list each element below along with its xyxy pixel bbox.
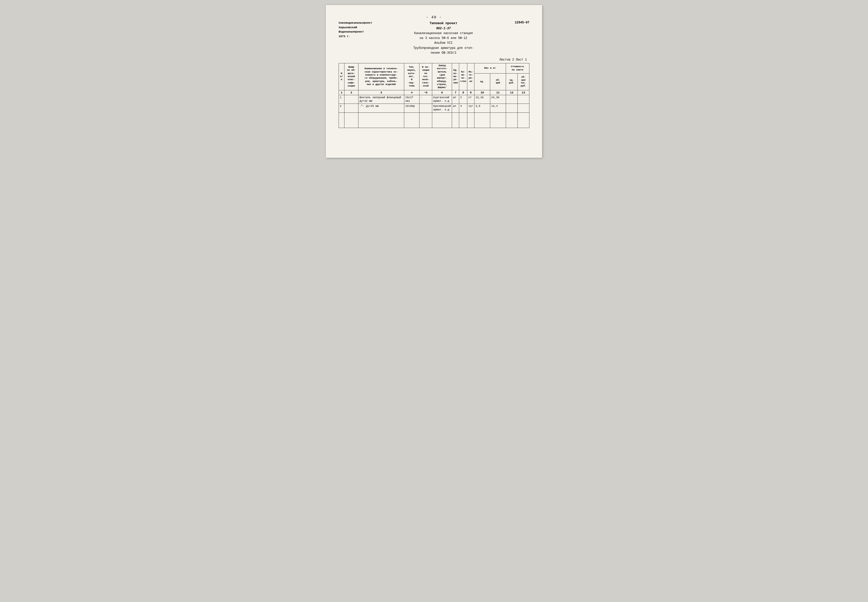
empty-col (420, 112, 432, 128)
header-col-cost: Стоимостьпо смете (506, 63, 529, 73)
header-weight-unit: ед. (474, 74, 490, 90)
row1-factory: Курганский армат. з-д (432, 95, 452, 104)
header-col-type: Тип,марка,ката-лог,№чер-тежа (404, 63, 420, 90)
title-line3: Альбом VII (413, 41, 474, 46)
row2-factory: Кролевецкий армат. з-д (432, 104, 452, 112)
year: 1973 г. (339, 34, 372, 39)
colnum-5: ~5 (420, 90, 432, 95)
row2-weight-unit: 3,6 (474, 104, 490, 112)
colnum-4: 4 (404, 90, 420, 95)
row1-qty: 2 (459, 95, 467, 104)
colnum-1: 1 (339, 90, 345, 95)
row2-material: чуг (467, 104, 474, 112)
sheet-info: Листов 2 Лист 1 (339, 58, 529, 61)
row2-num: 2 (339, 104, 345, 112)
org-line2: Харьковский (339, 25, 372, 30)
empty-col (490, 112, 506, 128)
table-row-empty (339, 112, 529, 128)
row2-qty: 4 (459, 104, 467, 112)
empty-col (474, 112, 490, 128)
table-row: 2 -"- Ду=25 мм 15ч96р Кролевецкий армат.… (339, 104, 529, 112)
header-cost-total: об-щаятыс.руб. (517, 74, 529, 90)
main-table-wrapper: №п/п Шифрпо об-щесо-юзнойклас-сифи-кации… (339, 63, 529, 128)
row2-pos (420, 104, 432, 112)
empty-col (404, 112, 420, 128)
row2-type: 15ч96р (404, 104, 420, 112)
doc-type-label: Типовой проект (413, 21, 474, 26)
row1-pos: - (420, 95, 432, 104)
org-line1: Союзводоканальпроект (339, 21, 372, 25)
row1-weight-total: 24,36 (490, 95, 506, 104)
colnum-8: 8 (459, 90, 467, 95)
empty-col (345, 112, 359, 128)
row1-name: Вентиль запорный фланцевый Ду=32 мм (359, 95, 404, 104)
center-header: Типовой проект 902-1-37 Канализационная … (413, 21, 474, 55)
header-col-pos: № по-зициипотех-ноло-гиче-ской (420, 63, 432, 90)
header-col-material: Ма-те-ри-ал (467, 63, 474, 90)
table-header-row: №п/п Шифрпо об-щесо-юзнойклас-сифи-кации… (339, 63, 529, 73)
doc-number: 902-1-37 (413, 26, 474, 31)
title-line2: на 3 насоса 5Ф-6 или 5Ф-12 (413, 36, 474, 41)
header-col-cipher: Шифрпо об-щесо-юзнойклас-сифи-кации (345, 63, 359, 90)
colnum-10: 10 (474, 90, 490, 95)
header-block: Союзводоканальпроект Харьковский Водокан… (339, 21, 529, 55)
header-col-unit: Ед.из-ме-ре-ния (452, 63, 459, 90)
header-weight-total: об-щий (490, 74, 506, 90)
row1-unit: шт (452, 95, 459, 104)
row2-name: -"- Ду=25 мм (359, 104, 404, 112)
header-col-qty: Ко-ли-че-ство (459, 63, 467, 90)
row1-weight-unit: 12,18 (474, 95, 490, 104)
row1-material: ст (467, 95, 474, 104)
empty-col (506, 112, 517, 128)
header-col-num: №п/п (339, 63, 345, 90)
title-line5: ления ОВ-3СО/2 (413, 51, 474, 55)
empty-col (452, 112, 459, 128)
colnum-11: 11 (490, 90, 506, 95)
row2-cost-unit (506, 104, 517, 112)
org-info: Союзводоканальпроект Харьковский Водокан… (339, 21, 372, 39)
empty-col (432, 112, 452, 128)
colnum-2: 2 (345, 90, 359, 95)
row2-weight-total: 14,4 (490, 104, 506, 112)
document-page: - 40 - Союзводоканальпроект Харьковский … (326, 5, 542, 158)
main-table: №п/п Шифрпо об-щесо-юзнойклас-сифи-кации… (339, 63, 529, 128)
row1-cost-unit (506, 95, 517, 104)
row2-unit: шт (452, 104, 459, 112)
row2-cipher (345, 104, 359, 112)
empty-col (467, 112, 474, 128)
colnum-13: 13 (517, 90, 529, 95)
row1-cost-total (517, 95, 529, 104)
header-col-weight: Вес в кг (474, 63, 506, 73)
empty-col (517, 112, 529, 128)
row1-type: 15с27 нж1 (404, 95, 420, 104)
org-line3: Водоканалпроект (339, 30, 372, 34)
header-col-name: Наименование и техниче-ская характеристи… (359, 63, 404, 90)
empty-col (359, 112, 404, 128)
page-number: - 40 - (339, 15, 529, 19)
colnum-3: 3 (359, 90, 404, 95)
empty-col (459, 112, 467, 128)
row1-cipher (345, 95, 359, 104)
header-col-factory: Заводизгото-витель/дляимпорт.оборуд.стра… (432, 63, 452, 90)
colnum-9: 9 (467, 90, 474, 95)
doc-id: 12945-07 (515, 21, 529, 25)
row1-num: 1 (339, 95, 345, 104)
colnum-12: 12 (506, 90, 517, 95)
colnum-7: 7 (452, 90, 459, 95)
header-cost-unit: ед.руб. (506, 74, 517, 90)
colnum-6: 6 (432, 90, 452, 95)
title-line1: Канализационная насосная станция (413, 31, 474, 36)
title-line4: Трубопроводная арматура для отоп- (413, 46, 474, 51)
empty-col (339, 112, 345, 128)
column-number-row: 1 2 3 4 ~5 6 7 8 9 10 11 12 13 (339, 90, 529, 95)
row2-cost-total (517, 104, 529, 112)
table-row: 1 Вентиль запорный фланцевый Ду=32 мм 15… (339, 95, 529, 104)
